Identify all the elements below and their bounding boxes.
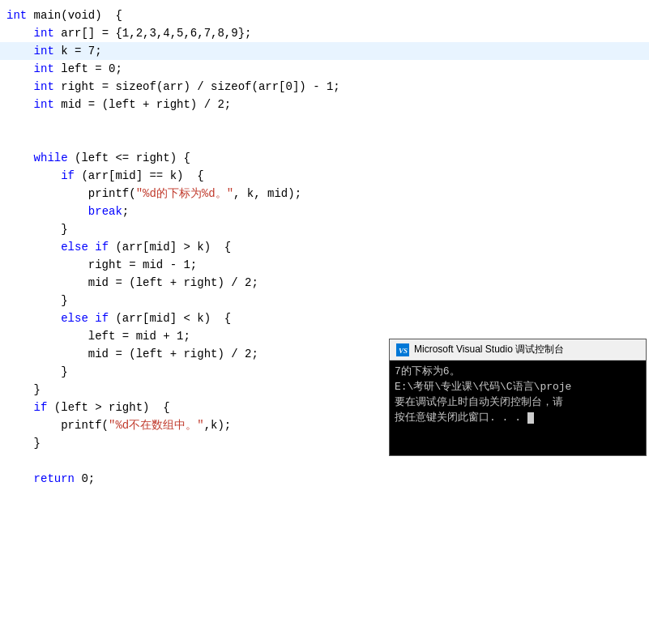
console-line-2: E:\考研\专业课\代码\C语言\proje <box>395 379 641 395</box>
console-titlebar: VS Microsoft Visual Studio 调试控制台 <box>390 339 646 360</box>
code-line-16: mid = (left + right) / 2; <box>0 274 649 292</box>
console-body: 7的下标为6。 E:\考研\专业课\代码\C语言\proje 要在调试停止时自动… <box>390 360 646 455</box>
code-line-11: printf("%d的下标为%d。", k, mid); <box>0 185 649 203</box>
console-title: Microsoft Visual Studio 调试控制台 <box>414 343 564 356</box>
code-line-7 <box>0 113 649 131</box>
code-line-13: } <box>0 220 649 238</box>
code-editor: int main(void) { int arr[] = {1,2,3,4,5,… <box>0 0 649 644</box>
console-line-1: 7的下标为6。 <box>395 364 641 379</box>
code-line-18: else if (arr[mid] < k) { <box>0 309 649 327</box>
code-line-14: else if (arr[mid] > k) { <box>0 238 649 256</box>
code-line-3: int k = 7; <box>0 42 649 60</box>
code-line-5: int right = sizeof(arr) / sizeof(arr[0])… <box>0 78 649 96</box>
code-line-12: break; <box>0 203 649 220</box>
code-line-27: return 0; <box>0 470 649 488</box>
console-cursor <box>527 412 534 424</box>
code-line-15: right = mid - 1; <box>0 256 649 274</box>
code-line-4: int left = 0; <box>0 60 649 78</box>
code-line-9: while (left <= right) { <box>0 149 649 167</box>
console-line-4: 按任意键关闭此窗口. . . <box>395 410 641 425</box>
code-line-10: if (arr[mid] == k) { <box>0 167 649 185</box>
console-line-3: 要在调试停止时自动关闭控制台，请 <box>395 395 641 410</box>
console-window[interactable]: VS Microsoft Visual Studio 调试控制台 7的下标为6。… <box>389 339 647 456</box>
vs-icon: VS <box>396 343 409 356</box>
svg-text:VS: VS <box>399 347 408 355</box>
code-line-1: int main(void) { <box>0 6 649 24</box>
code-line-6: int mid = (left + right) / 2; <box>0 96 649 113</box>
code-line-2: int arr[] = {1,2,3,4,5,6,7,8,9}; <box>0 24 649 42</box>
code-line-8 <box>0 131 649 149</box>
code-line-17: } <box>0 292 649 309</box>
